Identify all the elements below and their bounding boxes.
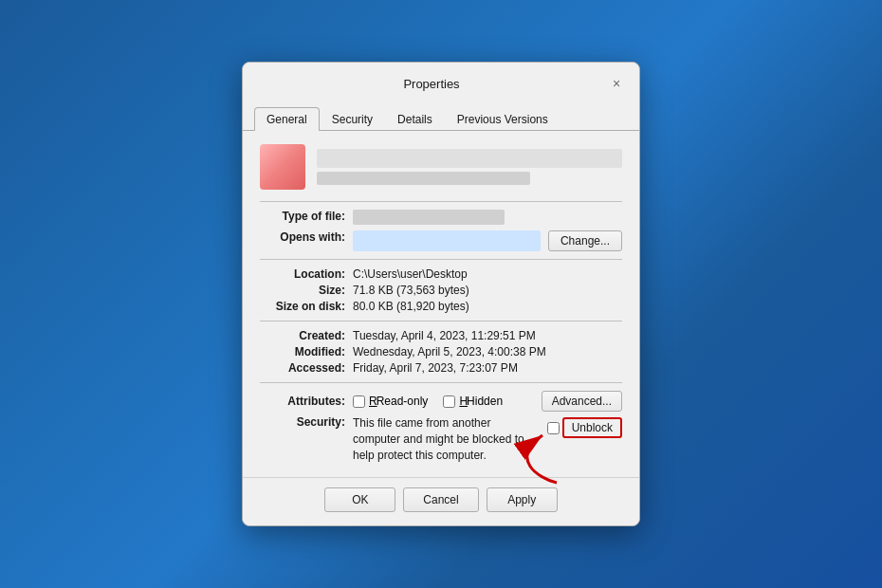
type-of-file-value (353, 210, 622, 225)
tab-general[interactable]: General (254, 107, 320, 131)
tab-previous-versions[interactable]: Previous Versions (445, 107, 560, 131)
attributes-label: Attributes: (260, 395, 345, 408)
separator-3 (260, 321, 622, 322)
accessed-label: Accessed: (260, 361, 345, 375)
tab-security[interactable]: Security (320, 107, 385, 131)
security-label: Security: (260, 415, 345, 429)
type-of-file-label: Type of file: (260, 210, 345, 225)
readonly-label: RRead-only (369, 395, 428, 408)
attributes-controls: RRead-only HHidden Advanced... (353, 391, 622, 412)
type-bar (353, 210, 505, 225)
hidden-label: HHidden (459, 395, 503, 408)
file-icon (260, 144, 305, 190)
hidden-checkbox[interactable] (443, 395, 455, 408)
opens-with-value: Change... (353, 230, 622, 251)
size-on-disk-label: Size on disk: (260, 300, 345, 313)
security-text: This file came from another computer and… (353, 415, 538, 463)
tab-details[interactable]: Details (385, 107, 445, 131)
readonly-checkbox-label[interactable]: RRead-only (353, 395, 428, 408)
hidden-checkbox-label[interactable]: HHidden (443, 395, 503, 408)
bottom-buttons: OK Cancel Apply (243, 477, 639, 525)
size-value: 71.8 KB (73,563 bytes) (353, 284, 622, 297)
size-label: Size: (260, 284, 345, 297)
properties-dialog: Properties × General Security Details Pr… (242, 62, 640, 525)
created-value: Tuesday, April 4, 2023, 11:29:51 PM (353, 329, 622, 342)
unblock-checkbox[interactable] (547, 422, 560, 434)
dates-grid: Created: Tuesday, April 4, 2023, 11:29:5… (260, 329, 622, 375)
security-content: This file came from another computer and… (353, 415, 622, 463)
tabs-container: General Security Details Previous Versio… (243, 99, 639, 131)
file-name-container (317, 149, 622, 185)
cancel-button[interactable]: Cancel (403, 487, 478, 512)
location-label: Location: (260, 267, 345, 281)
ok-button[interactable]: OK (324, 487, 395, 512)
size-on-disk-value: 80.0 KB (81,920 bytes) (353, 300, 622, 313)
location-value: C:\Users\user\Desktop (353, 267, 622, 281)
modified-value: Wednesday, April 5, 2023, 4:00:38 PM (353, 345, 622, 358)
opens-with-row: Opens with: Change... (260, 230, 622, 251)
file-ext-bar (317, 172, 530, 185)
unblock-button[interactable]: Unblock (562, 417, 622, 438)
created-label: Created: (260, 329, 345, 342)
file-info-grid: Location: C:\Users\user\Desktop Size: 71… (260, 267, 622, 313)
modified-label: Modified: (260, 345, 345, 358)
opens-with-bar (353, 230, 541, 251)
readonly-checkbox[interactable] (353, 395, 365, 408)
type-row: Type of file: (260, 210, 622, 225)
security-row: Security: This file came from another co… (260, 415, 622, 463)
dialog-title: Properties (277, 77, 605, 91)
accessed-value: Friday, April 7, 2023, 7:23:07 PM (353, 361, 622, 375)
separator-4 (260, 382, 622, 383)
attributes-row: Attributes: RRead-only HHidden Advanced.… (260, 391, 622, 412)
apply-button[interactable]: Apply (487, 487, 558, 512)
separator-2 (260, 259, 622, 260)
advanced-button[interactable]: Advanced... (542, 391, 622, 412)
file-header (260, 144, 622, 190)
file-name-bar (317, 149, 622, 168)
unblock-wrapper: Unblock (547, 415, 622, 438)
change-button[interactable]: Change... (548, 230, 622, 251)
general-tab-content: Type of file: Opens with: Change... Loca… (243, 131, 639, 476)
title-bar: Properties × (243, 63, 639, 95)
close-button[interactable]: × (605, 72, 628, 95)
separator-1 (260, 201, 622, 202)
opens-with-label: Opens with: (260, 230, 345, 251)
